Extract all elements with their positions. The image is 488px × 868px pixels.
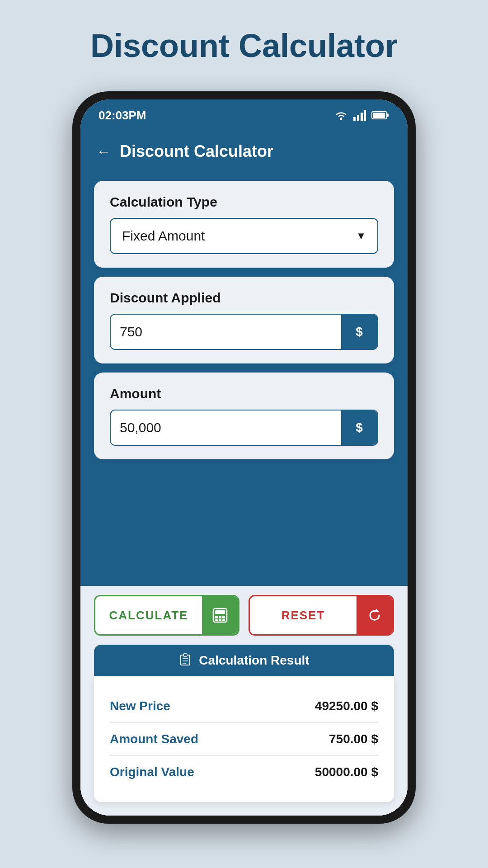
calculation-type-card: Calculation Type Fixed Amount ▼ xyxy=(94,181,394,268)
buttons-row: CALCULATE xyxy=(80,586,408,645)
reset-button-label: RESET xyxy=(250,609,357,623)
svg-rect-2 xyxy=(357,115,359,121)
clipboard-icon xyxy=(178,652,192,669)
discount-suffix: $ xyxy=(341,315,377,349)
page-title: Discount Calculator xyxy=(90,27,398,64)
phone-screen: 02:03PM xyxy=(80,99,408,816)
svg-rect-10 xyxy=(215,616,218,618)
status-bar: 02:03PM xyxy=(80,99,408,131)
svg-rect-6 xyxy=(387,113,389,117)
results-header: Calculation Result xyxy=(94,645,394,676)
original-value-label: Original Value xyxy=(110,765,194,779)
teal-bg-section: Calculation Type Fixed Amount ▼ Discount… xyxy=(80,172,408,586)
discount-applied-label: Discount Applied xyxy=(110,290,378,306)
result-row-amount-saved: Amount Saved 750.00 $ xyxy=(110,723,378,756)
svg-rect-15 xyxy=(222,619,225,621)
svg-rect-13 xyxy=(215,619,218,621)
chevron-down-icon: ▼ xyxy=(356,230,366,242)
battery-icon xyxy=(371,110,389,120)
new-price-label: New Price xyxy=(110,699,170,713)
new-price-value: 49250.00 $ xyxy=(315,699,378,713)
amount-input-row: $ xyxy=(110,410,378,446)
content-area: Calculation Type Fixed Amount ▼ Discount… xyxy=(80,172,408,816)
svg-rect-11 xyxy=(219,616,221,618)
results-body: New Price 49250.00 $ Amount Saved 750.00… xyxy=(94,676,394,802)
results-section: Calculation Result New Price 49250.00 $ … xyxy=(80,645,408,816)
phone-frame: 02:03PM xyxy=(72,91,416,824)
reset-icon xyxy=(357,596,393,634)
result-row-original-value: Original Value 50000.00 $ xyxy=(110,756,378,788)
amount-input[interactable] xyxy=(111,410,341,445)
amount-label: Amount xyxy=(110,386,378,401)
svg-rect-7 xyxy=(373,113,385,118)
svg-rect-1 xyxy=(353,117,356,121)
amount-suffix: $ xyxy=(341,410,377,445)
dropdown-selected: Fixed Amount xyxy=(122,228,205,244)
status-time: 02:03PM xyxy=(99,108,146,123)
original-value-value: 50000.00 $ xyxy=(315,765,378,779)
svg-point-0 xyxy=(340,118,343,120)
app-header-title: Discount Calculator xyxy=(120,142,273,161)
calculation-type-dropdown[interactable]: Fixed Amount ▼ xyxy=(110,218,378,254)
svg-rect-14 xyxy=(219,619,221,621)
reset-button[interactable]: RESET xyxy=(249,595,394,636)
app-header: ← Discount Calculator xyxy=(80,131,408,172)
amount-saved-label: Amount Saved xyxy=(110,732,198,746)
calculation-type-label: Calculation Type xyxy=(110,194,378,210)
wifi-icon xyxy=(334,110,348,121)
discount-input-row: $ xyxy=(110,314,378,350)
svg-rect-9 xyxy=(215,610,225,614)
svg-rect-12 xyxy=(222,616,225,618)
svg-rect-3 xyxy=(361,113,363,121)
calculator-icon xyxy=(202,596,238,634)
calculate-button[interactable]: CALCULATE xyxy=(94,595,239,636)
calculate-button-label: CALCULATE xyxy=(95,609,202,623)
amount-card: Amount $ xyxy=(94,373,394,459)
result-row-new-price: New Price 49250.00 $ xyxy=(110,690,378,723)
signal-icon xyxy=(353,110,366,121)
svg-rect-4 xyxy=(364,110,366,121)
results-header-title: Calculation Result xyxy=(199,653,309,668)
status-icons xyxy=(334,110,389,121)
amount-saved-value: 750.00 $ xyxy=(329,732,378,746)
discount-input[interactable] xyxy=(111,315,341,349)
svg-rect-18 xyxy=(183,654,187,656)
discount-applied-card: Discount Applied $ xyxy=(94,277,394,363)
back-button[interactable]: ← xyxy=(96,143,111,160)
